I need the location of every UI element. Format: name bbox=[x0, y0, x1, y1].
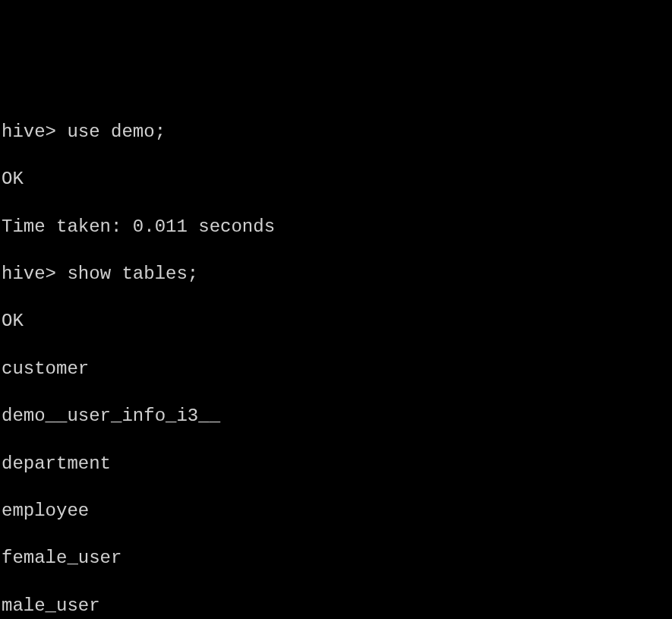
command-text: use demo; bbox=[67, 122, 166, 142]
table-name: customer bbox=[2, 357, 672, 381]
table-name: male_user bbox=[2, 594, 672, 617]
table-name: employee bbox=[2, 499, 672, 523]
ok-response: OK bbox=[2, 167, 672, 191]
hive-prompt: hive> bbox=[2, 122, 67, 142]
table-name: demo__user_info_i3__ bbox=[2, 404, 672, 428]
command-line-1: hive> use demo; bbox=[2, 120, 672, 144]
ok-response: OK bbox=[2, 309, 672, 333]
command-line-2: hive> show tables; bbox=[2, 262, 672, 286]
hive-prompt: hive> bbox=[2, 264, 67, 284]
table-name: female_user bbox=[2, 546, 672, 570]
command-text: show tables; bbox=[67, 264, 198, 284]
time-taken: Time taken: 0.011 seconds bbox=[2, 215, 672, 238]
table-name: department bbox=[2, 452, 672, 475]
hive-terminal-output[interactable]: hive> use demo; OK Time taken: 0.011 sec… bbox=[0, 95, 672, 619]
